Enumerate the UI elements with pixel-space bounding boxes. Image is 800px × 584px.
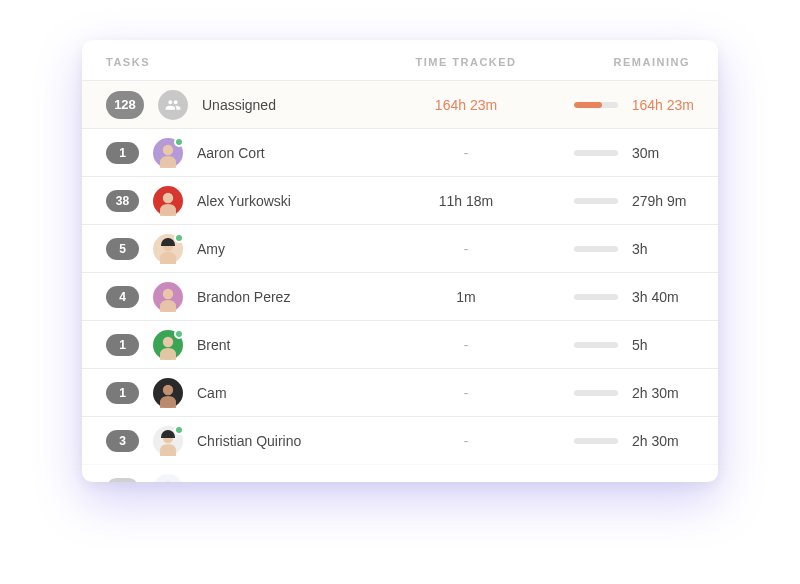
- avatar: [153, 378, 183, 408]
- row-left: 38 Alex Yurkowski: [106, 186, 386, 216]
- remaining-cell: 279h 9m: [546, 193, 694, 209]
- time-tracked-value: 1m: [386, 289, 546, 305]
- table-row[interactable]: 38 Alex Yurkowski11h 18m279h 9m: [82, 176, 718, 224]
- remaining-bar: [574, 102, 618, 108]
- time-tracked-value: -: [386, 481, 546, 483]
- table-body: 128Unassigned164h 23m164h 23m1 Aaron Cor…: [82, 80, 718, 482]
- remaining-bar: [574, 198, 618, 204]
- avatar: [153, 186, 183, 216]
- table-header: TASKS TIME TRACKED REMAINING: [82, 40, 718, 80]
- remaining-value: 30m: [632, 145, 694, 161]
- time-tracked-value: 11h 18m: [386, 193, 546, 209]
- row-left: 1 Aaron Cort: [106, 138, 386, 168]
- avatar: [153, 138, 183, 168]
- task-count-badge: 38: [106, 190, 139, 212]
- workload-card: TASKS TIME TRACKED REMAINING 128Unassign…: [82, 40, 718, 482]
- remaining-bar: [574, 342, 618, 348]
- time-tracked-value: -: [386, 433, 546, 449]
- remaining-cell: 2h 30m: [546, 385, 694, 401]
- remaining-cell: 2h 30m: [546, 433, 694, 449]
- row-left: 1 Cam: [106, 378, 386, 408]
- svg-point-11: [163, 384, 173, 394]
- assignee-name: Alex Yurkowski: [197, 193, 291, 209]
- time-tracked-value: -: [386, 145, 546, 161]
- task-count-badge: 1: [106, 142, 139, 164]
- column-header-time-tracked: TIME TRACKED: [386, 56, 546, 68]
- table-row[interactable]: 3 Christian Quirino-2h 30m: [82, 416, 718, 464]
- task-count-badge: 5: [106, 238, 139, 260]
- assignee-name: Cam: [197, 385, 227, 401]
- svg-point-3: [163, 192, 173, 202]
- remaining-value: 164h 23m: [632, 97, 694, 113]
- remaining-bar: [574, 246, 618, 252]
- assignee-name: Aaron Cort: [197, 145, 265, 161]
- task-count-badge: 4: [106, 286, 139, 308]
- column-header-remaining: REMAINING: [546, 56, 694, 68]
- remaining-bar: [574, 150, 618, 156]
- remaining-bar: [574, 390, 618, 396]
- avatar: [153, 282, 183, 312]
- avatar: [153, 474, 183, 483]
- remaining-value: 1h 30m: [632, 481, 694, 483]
- avatar: [153, 330, 183, 360]
- remaining-cell: 164h 23m: [546, 97, 694, 113]
- remaining-bar: [574, 438, 618, 444]
- assignee-name: Unassigned: [202, 97, 276, 113]
- status-online-icon: [174, 137, 184, 147]
- table-row[interactable]: 5 Amy-3h: [82, 224, 718, 272]
- task-count-badge: 3: [106, 430, 139, 452]
- remaining-cell: 30m: [546, 145, 694, 161]
- remaining-cell: 5h: [546, 337, 694, 353]
- task-count-badge: 2: [106, 478, 139, 483]
- assignee-name: Brent: [197, 337, 230, 353]
- row-left: 4 Brandon Perez: [106, 282, 386, 312]
- status-online-icon: [174, 425, 184, 435]
- remaining-value: 5h: [632, 337, 694, 353]
- time-tracked-value: -: [386, 385, 546, 401]
- table-row[interactable]: 128Unassigned164h 23m164h 23m: [82, 80, 718, 128]
- task-count-badge: 1: [106, 334, 139, 356]
- status-online-icon: [174, 233, 184, 243]
- table-row[interactable]: 2 Faisal Malas-1h 30m: [82, 464, 718, 482]
- remaining-cell: 3h 40m: [546, 289, 694, 305]
- time-tracked-value: 164h 23m: [386, 97, 546, 113]
- remaining-bar-fill: [574, 102, 603, 108]
- row-left: 5 Amy: [106, 234, 386, 264]
- time-tracked-value: -: [386, 241, 546, 257]
- remaining-cell: 3h: [546, 241, 694, 257]
- row-left: 1 Brent: [106, 330, 386, 360]
- avatar: [153, 234, 183, 264]
- row-left: 2 Faisal Malas: [106, 474, 386, 483]
- column-header-tasks: TASKS: [106, 56, 386, 68]
- assignee-name: Faisal Malas: [197, 481, 276, 483]
- task-count-badge: 1: [106, 382, 139, 404]
- remaining-value: 279h 9m: [632, 193, 694, 209]
- remaining-value: 2h 30m: [632, 433, 694, 449]
- row-left: 128Unassigned: [106, 90, 386, 120]
- avatar: [153, 426, 183, 456]
- assignee-name: Christian Quirino: [197, 433, 301, 449]
- remaining-value: 2h 30m: [632, 385, 694, 401]
- remaining-value: 3h 40m: [632, 289, 694, 305]
- remaining-value: 3h: [632, 241, 694, 257]
- remaining-bar: [574, 294, 618, 300]
- time-tracked-value: -: [386, 337, 546, 353]
- svg-point-9: [163, 336, 173, 346]
- svg-point-7: [163, 288, 173, 298]
- assignee-name: Amy: [197, 241, 225, 257]
- table-row[interactable]: 1 Aaron Cort-30m: [82, 128, 718, 176]
- svg-point-1: [163, 144, 173, 154]
- table-row[interactable]: 4 Brandon Perez1m3h 40m: [82, 272, 718, 320]
- status-online-icon: [174, 329, 184, 339]
- task-count-badge: 128: [106, 91, 144, 119]
- remaining-cell: 1h 30m: [546, 481, 694, 483]
- table-row[interactable]: 1 Brent-5h: [82, 320, 718, 368]
- table-row[interactable]: 1 Cam-2h 30m: [82, 368, 718, 416]
- assignee-name: Brandon Perez: [197, 289, 290, 305]
- group-icon: [158, 90, 188, 120]
- row-left: 3 Christian Quirino: [106, 426, 386, 456]
